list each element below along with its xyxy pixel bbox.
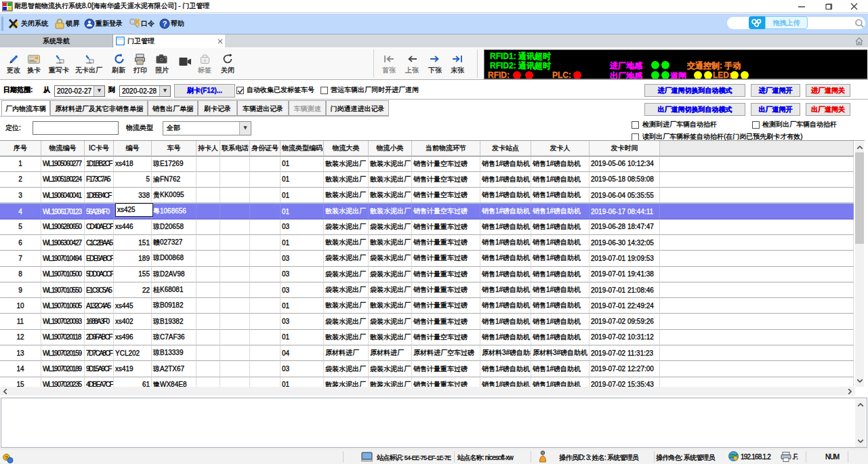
svg-text:?: ? (163, 20, 167, 28)
